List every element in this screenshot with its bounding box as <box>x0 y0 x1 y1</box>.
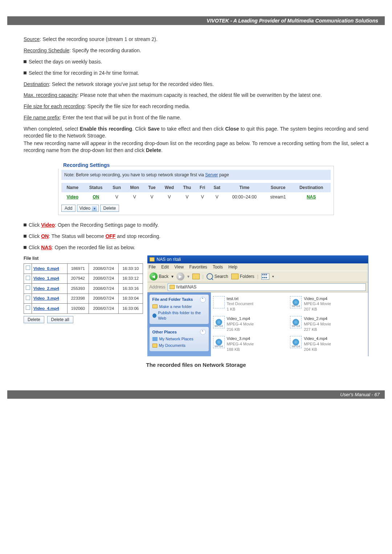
recording-time: 00:00~24:00 <box>225 192 264 202</box>
file-link[interactable]: Video_4.mp4 <box>33 306 59 311</box>
file-type: MPEG-4 Movie <box>304 321 331 327</box>
up-folder-icon[interactable] <box>192 274 200 279</box>
size-desc: : Specify the file size for each recordi… <box>85 103 190 109</box>
menu-edit[interactable]: Edit <box>161 264 169 270</box>
recording-dest-link[interactable]: NAS <box>307 194 316 200</box>
col-source: Source <box>264 183 292 192</box>
explorer-titlebar: NAS on ritali <box>147 255 368 263</box>
movie-icon: MPG4 <box>290 296 302 308</box>
bullet-icon <box>24 246 26 249</box>
file-name: Video_4.mp4 <box>304 336 331 341</box>
menu-file[interactable]: File <box>149 264 156 270</box>
col-time: Time <box>225 183 264 192</box>
video-link[interactable]: Video <box>41 222 55 228</box>
recording-source: stream1 <box>264 192 292 202</box>
source-label: Source <box>24 36 40 42</box>
col-name: Name <box>61 183 84 192</box>
bullet-icon <box>24 235 26 238</box>
file-link[interactable]: Video_3.mp4 <box>33 296 59 300</box>
task-publish[interactable]: Publish this folder to the Web <box>152 310 206 321</box>
col-fri: Fri <box>196 183 209 192</box>
file-name: test.txt <box>227 296 253 301</box>
checkbox[interactable] <box>26 296 30 300</box>
bullet-icon <box>24 223 26 226</box>
file-link[interactable]: Video_2.mp4 <box>33 286 59 291</box>
add-button[interactable]: Add <box>61 205 75 212</box>
file-size: 207 KB <box>304 307 331 312</box>
checkbox[interactable] <box>26 286 30 290</box>
col-mon: Mon <box>126 183 144 192</box>
folders-button[interactable]: Folders <box>231 274 254 279</box>
file-size: 227 KB <box>304 327 331 332</box>
explorer-file-item[interactable]: MPG4Video_1.mp4MPEG-4 Movie216 KB <box>213 316 289 332</box>
explorer-file-item[interactable]: MPG4Video_0.mp4MPEG-4 Movie207 KB <box>290 296 366 312</box>
file-list-panel: File list Video_0.mp41869712008/07/2416:… <box>24 255 143 323</box>
recording-settings-panel: Recording Settings Note: Before setup re… <box>58 158 334 216</box>
file-name: Video_3.mp4 <box>227 336 254 341</box>
movie-icon: MPG4 <box>213 316 225 328</box>
view-button[interactable] <box>261 273 269 280</box>
explorer-file-item[interactable]: MPG4Video_4.mp4MPEG-4 Movie204 KB <box>290 336 366 352</box>
lower-panels: File list Video_0.mp41869712008/07/2416:… <box>24 255 368 356</box>
file-size-paragraph: File size for each recording: Specify th… <box>24 103 368 110</box>
file-size: 186971 <box>68 264 89 274</box>
col-sun: Sun <box>108 183 126 192</box>
server-link[interactable]: Server <box>205 172 218 177</box>
explorer-file-item[interactable]: MPG4Video_3.mp4MPEG-4 Movie188 KB <box>213 336 289 352</box>
file-list-table: Video_0.mp41869712008/07/2416:33:10Video… <box>24 263 143 314</box>
nas-click-bullet: Click NAS: Open the recorded file list a… <box>24 244 368 251</box>
file-delete-button[interactable]: Delete <box>24 316 44 323</box>
text-file-icon <box>213 296 225 308</box>
other-places-box: Other Places˄ My Network Places My Docum… <box>150 327 209 351</box>
recording-name-link[interactable]: Video <box>67 194 78 200</box>
task-network-places[interactable]: My Network Places <box>152 336 206 342</box>
on-link[interactable]: ON <box>41 233 49 239</box>
max-capacity-paragraph: Max. recording capacity: Please note tha… <box>24 92 368 99</box>
file-time: 16:33:04 <box>119 294 143 304</box>
task-new-folder[interactable]: Make a new folder <box>152 304 206 309</box>
file-name: Video_2.mp4 <box>304 316 331 321</box>
file-type: MPEG-4 Movie <box>227 341 254 347</box>
recording-select[interactable]: Video▾ <box>77 205 99 212</box>
collapse-icon[interactable]: ˄ <box>200 329 206 335</box>
forward-button[interactable]: ► <box>176 272 184 280</box>
day-thu: V <box>179 192 196 202</box>
file-link[interactable]: Video_0.mp4 <box>33 266 59 271</box>
checkbox[interactable] <box>26 276 30 280</box>
schedule-paragraph: Recording Schedule: Specify the recordin… <box>24 47 368 54</box>
menu-favorites[interactable]: Favorites <box>189 264 207 270</box>
explorer-file-item[interactable]: MPG4Video_2.mp4MPEG-4 Movie227 KB <box>290 316 366 332</box>
explorer-file-item[interactable]: test.txtText Document1 KB <box>213 296 289 312</box>
back-icon: ◄ <box>150 272 158 280</box>
nas-link[interactable]: NAS <box>41 245 52 250</box>
recording-controls: Add Video▾ Delete <box>61 205 331 212</box>
address-input[interactable]: \\ritali\NAS <box>168 283 366 291</box>
delete-text: Delete <box>146 147 161 153</box>
file-delete-all-button[interactable]: Delete all <box>47 316 73 323</box>
prefix-label: File name prefix <box>24 115 60 120</box>
folders-icon <box>231 274 238 279</box>
checkbox[interactable] <box>26 305 30 310</box>
menu-view[interactable]: View <box>174 264 184 270</box>
collapse-icon[interactable]: ˄ <box>200 297 206 303</box>
file-type: MPEG-4 Movie <box>304 341 331 347</box>
checkbox[interactable] <box>26 266 30 270</box>
col-tue: Tue <box>144 183 160 192</box>
day-fri: V <box>196 192 209 202</box>
file-size: 207942 <box>68 274 89 284</box>
close-text: Close <box>225 126 239 132</box>
delete-button[interactable]: Delete <box>100 205 119 212</box>
off-link[interactable]: OFF <box>105 233 115 239</box>
movie-icon: MPG4 <box>290 336 302 348</box>
recording-status-link[interactable]: ON <box>93 194 99 200</box>
schedule-desc: : Specify the recording duration. <box>69 48 141 53</box>
recording-table: Name Status Sun Mon Tue Wed Thu Fri Sat … <box>61 183 331 202</box>
task-my-documents[interactable]: My Documents <box>152 343 206 348</box>
folder-icon <box>150 257 155 262</box>
file-link[interactable]: Video_1.mp4 <box>33 276 59 280</box>
menu-help[interactable]: Help <box>228 264 237 270</box>
menu-tools[interactable]: Tools <box>213 264 223 270</box>
back-button[interactable]: ◄ Back ▾ <box>150 272 173 280</box>
destination-paragraph: Destination: Select the network storage … <box>24 81 368 88</box>
search-button[interactable]: Search <box>207 273 228 280</box>
